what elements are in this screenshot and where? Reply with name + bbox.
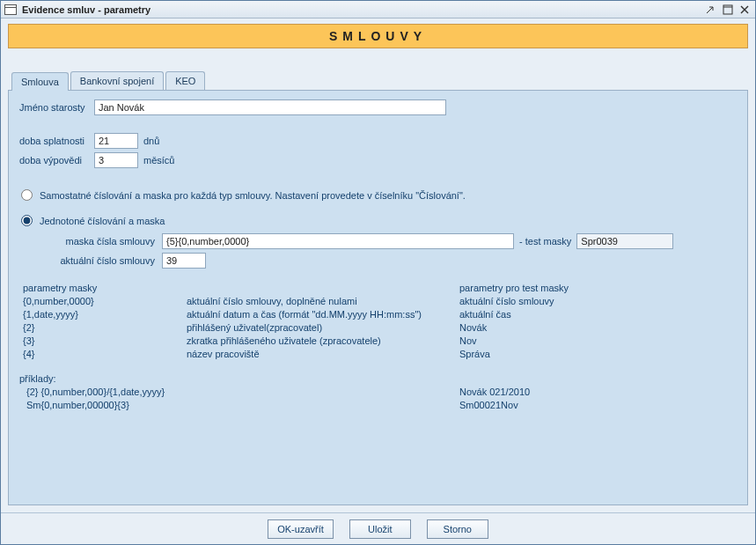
radio-separate-label: Samostatné číslování a maska pro každá t… bbox=[40, 190, 466, 201]
param-token: {1,date,yyyy} bbox=[19, 309, 187, 320]
mayor-label: Jméno starosty bbox=[19, 102, 94, 113]
window-title: Evidence smluv - parametry bbox=[22, 4, 150, 15]
tab-keo[interactable]: KEO bbox=[165, 71, 205, 90]
param-test: aktuální čas bbox=[459, 309, 737, 320]
param-token: {3} bbox=[19, 335, 187, 346]
window-icon bbox=[4, 4, 17, 15]
mask-examples: příklady: {2} {0,number,000}/{1,date,yyy… bbox=[19, 373, 737, 410]
tab-container: Smlouva Bankovní spojení KEO Jméno staro… bbox=[8, 71, 748, 505]
mask-params-table: parametry masky parametry pro test masky… bbox=[19, 283, 737, 359]
tab-panel-smlouva: Jméno starosty doba splatnosti dnů doba … bbox=[8, 90, 748, 505]
mask-input[interactable] bbox=[162, 233, 514, 249]
example-result: Novák 021/2010 bbox=[459, 387, 737, 397]
maximize-icon[interactable] bbox=[721, 4, 735, 16]
notice-label: doba výpovědi bbox=[19, 155, 94, 166]
mask-test-output bbox=[576, 233, 673, 249]
param-desc: zkratka přihlášeného uživatele (zpracova… bbox=[187, 335, 459, 346]
tab-smlouva[interactable]: Smlouva bbox=[11, 72, 69, 91]
dialog-footer: OK-uzavřít Uložit Storno bbox=[1, 512, 755, 544]
radio-unified-label: Jednotoné číslování a maska bbox=[40, 216, 165, 226]
tab-bankovni-spojeni[interactable]: Bankovní spojení bbox=[70, 71, 164, 90]
app-window: Evidence smluv - parametry SMLOUVY Smlou… bbox=[0, 0, 756, 545]
save-button[interactable]: Uložit bbox=[349, 519, 411, 539]
notice-input[interactable] bbox=[94, 152, 138, 168]
minimize-icon[interactable] bbox=[704, 4, 718, 16]
example-result: Sm00021Nov bbox=[459, 400, 737, 410]
current-number-label: aktuální číslo smlouvy bbox=[48, 255, 162, 266]
close-icon[interactable] bbox=[738, 4, 752, 16]
param-desc: aktuální datum a čas (formát "dd.MM.yyyy… bbox=[187, 309, 459, 320]
param-test: Správa bbox=[459, 349, 737, 359]
mayor-input[interactable] bbox=[94, 99, 446, 115]
examples-header: příklady: bbox=[19, 373, 737, 384]
radio-unified-numbering[interactable] bbox=[21, 215, 33, 226]
content-area: SMLOUVY Smlouva Bankovní spojení KEO Jmé… bbox=[1, 18, 755, 512]
params-header-right: parametry pro test masky bbox=[459, 283, 737, 293]
page-banner: SMLOUVY bbox=[8, 24, 748, 48]
example-mask: {2} {0,number,000}/{1,date,yyyy} bbox=[19, 387, 459, 397]
param-test: Novák bbox=[459, 322, 737, 333]
current-number-input[interactable] bbox=[162, 253, 206, 269]
param-test: Nov bbox=[459, 335, 737, 346]
radio-separate-numbering[interactable] bbox=[21, 189, 33, 201]
title-bar: Evidence smluv - parametry bbox=[1, 1, 755, 18]
param-token: {0,number,0000} bbox=[19, 296, 187, 306]
ok-close-button[interactable]: OK-uzavřít bbox=[268, 519, 334, 539]
param-token: {2} bbox=[19, 322, 187, 333]
example-mask: Sm{0,number,00000}{3} bbox=[19, 400, 459, 410]
notice-unit: měsíců bbox=[143, 155, 174, 166]
mask-label: maska čísla smlouvy bbox=[48, 236, 162, 247]
param-token: {4} bbox=[19, 349, 187, 359]
params-header-left: parametry masky bbox=[19, 283, 187, 293]
tab-strip: Smlouva Bankovní spojení KEO bbox=[8, 71, 748, 90]
due-unit: dnů bbox=[143, 136, 159, 146]
param-desc: přihlášený uživatel(zpracovatel) bbox=[187, 322, 459, 333]
mask-test-label: - test masky bbox=[519, 236, 571, 247]
param-desc: název pracoviště bbox=[187, 349, 459, 359]
due-input[interactable] bbox=[94, 133, 138, 149]
cancel-button[interactable]: Storno bbox=[427, 519, 488, 539]
param-test: aktuální číslo smlouvy bbox=[459, 296, 737, 306]
due-label: doba splatnosti bbox=[19, 136, 94, 146]
param-desc: aktuální číslo smlouvy, doplněné nulami bbox=[187, 296, 459, 306]
